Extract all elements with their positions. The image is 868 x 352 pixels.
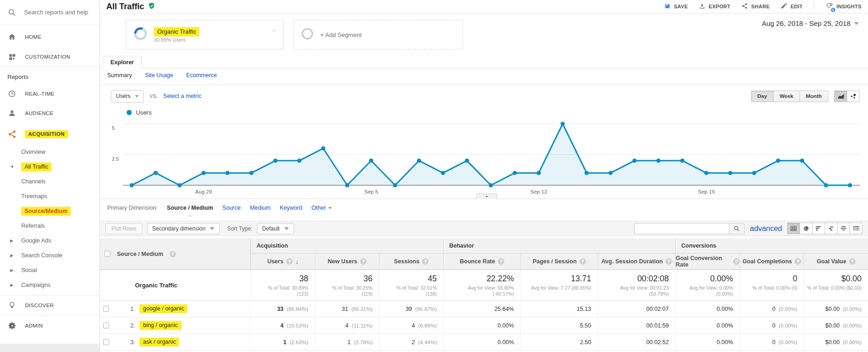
add-segment-card[interactable]: + Add Segment: [293, 20, 463, 49]
chart-panel: Users 2.55Aug 29Sep 5Sep 12Sep 19 ▼: [100, 105, 868, 199]
sidebar-item-acquisition[interactable]: ACQUISITION: [0, 123, 99, 145]
date-range-picker[interactable]: Aug 26, 2018 - Sep 25, 2018: [762, 19, 859, 27]
chevron-right-icon: ▶: [10, 268, 13, 273]
lightbulb-icon: [7, 301, 17, 310]
row-checkbox[interactable]: [103, 339, 109, 345]
dimension-source[interactable]: Source: [222, 205, 241, 211]
col-header-bounce-rate[interactable]: Bounce Rate?: [443, 254, 520, 269]
source-link[interactable]: google / organic: [140, 304, 187, 313]
view-comparison-icon[interactable]: [825, 223, 837, 234]
col-header-sessions[interactable]: Sessions?: [379, 254, 443, 269]
search-icon[interactable]: [729, 223, 745, 234]
segment-card-organic-traffic[interactable]: Organic Traffic 30.89% Users ⌄: [126, 20, 284, 49]
sidebar-item-social[interactable]: ▶Social: [0, 263, 99, 278]
col-header-avg-duration[interactable]: Avg. Session Duration?: [598, 254, 675, 269]
col-header-goal-value[interactable]: Goal Value?: [804, 254, 868, 269]
view-performance-icon[interactable]: [812, 223, 825, 234]
select-all-checkbox[interactable]: [104, 251, 110, 257]
sort-desc-icon[interactable]: ↓: [295, 258, 299, 265]
metric-dropdown[interactable]: Users: [111, 90, 144, 103]
edit-button[interactable]: EDIT: [781, 3, 802, 10]
save-button[interactable]: SAVE: [664, 3, 688, 10]
help-icon[interactable]: ?: [733, 258, 740, 265]
chevron-down-icon: [284, 227, 289, 230]
select-metric-link[interactable]: Select a metric: [163, 93, 202, 99]
chevron-down-icon: [135, 95, 139, 97]
sidebar-item-customization[interactable]: CUSTOMIZATION: [0, 47, 99, 67]
source-link[interactable]: ask / organic: [140, 338, 179, 346]
help-icon[interactable]: ?: [580, 258, 586, 265]
export-button[interactable]: EXPORT: [699, 3, 730, 10]
dimension-keyword[interactable]: Keyword: [280, 205, 302, 211]
sort-type-dropdown[interactable]: Default: [257, 223, 294, 234]
sidebar: Search reports and help HOME CUSTOMIZATI…: [0, 0, 100, 352]
search-input[interactable]: Search reports and help: [0, 0, 99, 25]
sidebar-item-source-medium[interactable]: Source/Medium: [0, 204, 99, 218]
col-header-pages-session[interactable]: Pages / Session?: [520, 254, 598, 269]
granularity-day[interactable]: Day: [751, 91, 774, 102]
tab-divider: [100, 68, 868, 68]
plot-rows-button[interactable]: Plot Rows: [105, 223, 142, 234]
help-icon[interactable]: ?: [795, 258, 801, 265]
help-icon[interactable]: ?: [360, 258, 367, 265]
insights-button[interactable]: 1 INSIGHTS: [825, 2, 862, 11]
sidebar-item-treemaps[interactable]: Treemaps: [0, 189, 99, 204]
source-link[interactable]: bing / organic: [140, 321, 181, 330]
sidebar-item-home[interactable]: HOME: [0, 27, 99, 47]
subtab-site-usage[interactable]: Site Usage: [145, 72, 173, 79]
col-header-goal-completions[interactable]: Goal Completions?: [740, 254, 804, 269]
main-content: All Traffic SAVE EXPORT SHARE: [100, 0, 868, 352]
col-header-new-users[interactable]: New Users?: [315, 254, 379, 269]
table-search: [634, 223, 745, 234]
view-term-cloud-icon[interactable]: [837, 223, 850, 234]
sidebar-item-audience[interactable]: AUDIENCE: [0, 103, 99, 123]
view-percentage-icon[interactable]: [800, 223, 813, 234]
help-icon[interactable]: ?: [666, 258, 672, 265]
dimension-medium[interactable]: Medium: [250, 205, 270, 211]
sidebar-item-all-traffic[interactable]: ▼ All Traffic: [0, 159, 99, 174]
view-pivot-icon[interactable]: [850, 223, 862, 234]
view-data-table-icon[interactable]: [787, 223, 800, 234]
help-icon[interactable]: ?: [422, 258, 428, 265]
granularity-month[interactable]: Month: [800, 91, 828, 102]
sidebar-item-realtime[interactable]: REAL-TIME: [0, 84, 99, 103]
ga-app: Search reports and help HOME CUSTOMIZATI…: [0, 0, 868, 352]
tab-explorer[interactable]: Explorer: [103, 56, 142, 68]
chevron-down-icon[interactable]: ⌄: [272, 26, 277, 33]
summary-pages: 13.71Avg for View: 7.27 (88.65%): [520, 270, 598, 300]
sidebar-item-overview[interactable]: Overview: [0, 145, 99, 159]
granularity-week[interactable]: Week: [773, 91, 800, 102]
sidebar-item-campaigns[interactable]: ▶Campaigns: [0, 278, 99, 292]
help-icon[interactable]: ?: [849, 258, 856, 265]
secondary-dimension-dropdown[interactable]: Secondary dimension: [147, 223, 220, 234]
chart-collapse-handle[interactable]: ▼: [476, 194, 497, 199]
line-chart-icon[interactable]: [834, 91, 847, 102]
help-icon[interactable]: ?: [286, 258, 293, 265]
row-checkbox[interactable]: [103, 306, 109, 312]
sidebar-item-search-console[interactable]: ▶Search Console: [0, 248, 99, 263]
table-search-input[interactable]: [634, 223, 729, 234]
motion-chart-icon[interactable]: [847, 91, 860, 102]
group-header-acquisition: Acquisition: [251, 238, 443, 254]
help-icon[interactable]: ?: [170, 251, 176, 257]
dimension-other[interactable]: Other: [312, 205, 332, 211]
subtab-summary[interactable]: Summary: [107, 72, 132, 79]
sidebar-item-referrals[interactable]: Referrals: [0, 218, 99, 233]
sidebar-item-admin[interactable]: ADMIN: [0, 316, 99, 336]
col-header-users[interactable]: Users?↓: [251, 254, 315, 269]
share-button[interactable]: SHARE: [741, 3, 770, 10]
sidebar-item-discover[interactable]: DISCOVER: [0, 296, 99, 315]
subtab-ecommerce[interactable]: Ecommerce: [186, 72, 217, 79]
dimension-source-medium[interactable]: Source / Medium: [167, 205, 213, 211]
sidebar-item-channels[interactable]: Channels: [0, 174, 99, 189]
help-icon[interactable]: ?: [498, 258, 504, 265]
row-checkbox[interactable]: [103, 322, 109, 328]
segment-bar: Organic Traffic 30.89% Users ⌄ + Add Seg…: [126, 20, 463, 49]
advanced-search-link[interactable]: advanced: [750, 225, 782, 233]
report-header: All Traffic SAVE EXPORT SHARE: [100, 0, 868, 13]
chart-legend: Users: [127, 109, 152, 116]
explorer-subtabs: Summary Site Usage Ecommerce: [107, 72, 217, 79]
col-header-goal-conversion-rate[interactable]: Goal Conversion Rate?: [675, 254, 740, 269]
sidebar-item-google-ads[interactable]: ▶Google Ads: [0, 233, 99, 248]
page-title: All Traffic: [106, 2, 144, 12]
